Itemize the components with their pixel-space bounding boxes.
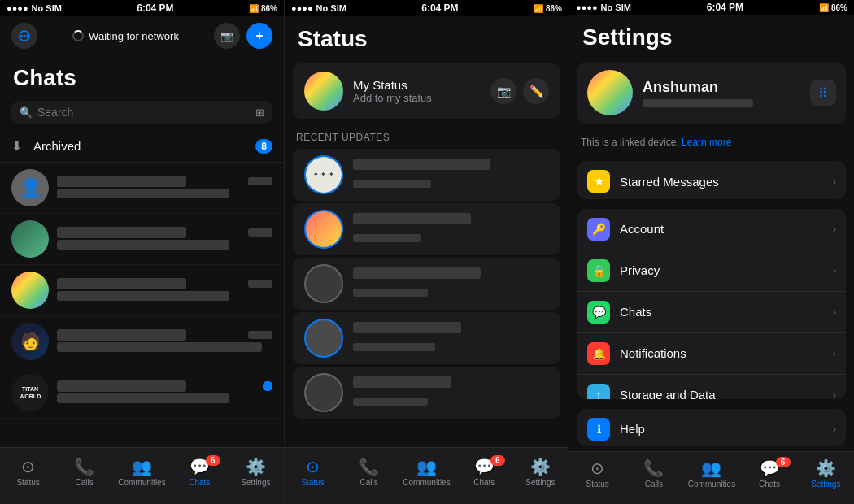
page-title-settings: Settings [569,15,854,57]
time-display-2: 6:04 PM [421,2,458,14]
chat-preview [57,189,229,198]
avatar: 👤 [11,169,49,206]
camera-button[interactable]: 📷 [214,23,240,49]
carrier-left-3: ●●●● No SIM [576,2,631,12]
notifications-icon-bg: 🔔 [587,342,610,365]
status-time [353,180,431,188]
storage-item[interactable]: ↕ Storage and Data › [577,375,846,399]
lock-icon: 🔒 [592,264,606,277]
status-tab-label: Status [16,478,39,487]
pencil-status-button[interactable]: ✏️ [523,78,549,104]
avatar [11,220,49,258]
time-display: 6:04 PM [137,2,173,14]
communities-tab-label-2: Communities [403,478,450,487]
wifi-icon: 📶 [249,4,259,13]
chats-chevron: › [833,306,836,318]
wifi-icon-3: 📶 [819,3,829,12]
chats-badge: 6 [206,455,220,466]
tab-status-2[interactable]: ⊙ Status [290,457,335,487]
battery-label-3: 86% [831,3,847,12]
camera-status-icon: 📷 [497,85,511,98]
status-item[interactable] [293,203,560,255]
learn-more-link[interactable]: Learn more [682,137,731,148]
tab-chats[interactable]: 6 💬 Chats [177,457,222,487]
privacy-label: Privacy [620,263,823,277]
communities-tab-icon-3: 👥 [701,458,721,478]
status-panel: ●●●● No SIM 6:04 PM 📶 86% Status My Stat… [285,0,569,504]
status-list: ✦ ✦ ✦ [285,146,569,447]
compose-button[interactable]: + [246,23,272,49]
search-bar[interactable]: 🔍 ⊞ [11,101,272,124]
chat-time [248,177,272,185]
tab-settings-3[interactable]: ⚙️ Settings [804,458,848,489]
user-icon: 👤 [20,177,41,198]
status-info [353,322,549,354]
qr-code-button[interactable]: ⠿ [810,80,836,106]
tab-chats-2[interactable]: 6 💬 Chats [462,457,507,487]
bell-icon: 🔔 [592,347,606,360]
recent-updates-label: RECENT UPDATES [285,127,569,146]
tab-calls[interactable]: 📞 Calls [62,457,107,487]
chat-item[interactable] [0,214,284,265]
status-content-preview: ✦ ✦ ✦ [312,169,335,180]
starred-messages-item[interactable]: ★ Starred Messages › [577,161,846,198]
status-item[interactable] [293,312,560,364]
tab-settings-2[interactable]: ⚙️ Settings [518,457,563,487]
tab-status[interactable]: ⊙ Status [6,457,50,487]
tab-communities-3[interactable]: 👥 Communities [688,458,735,489]
network-label: Waiting for network [89,30,179,42]
my-status-card[interactable]: My Status Add to my status 📷 ✏️ [293,63,560,119]
chats-settings-label: Chats [620,305,823,319]
help-item[interactable]: ℹ Help › [577,409,846,446]
chats-settings-item[interactable]: 💬 Chats › [577,292,846,333]
tab-communities-2[interactable]: 👥 Communities [403,457,450,487]
tab-communities[interactable]: 👥 Communities [118,457,165,487]
chat-info [57,278,272,303]
status-info [353,267,549,300]
tab-bar-1: ⊙ Status 📞 Calls 👥 Communities 6 💬 Chats… [0,447,284,504]
chats-badge-2: 6 [490,455,505,466]
status-item[interactable]: ✦ ✦ ✦ [293,149,560,201]
chat-item[interactable] [0,265,284,316]
avatar [11,272,49,309]
status-info [353,159,549,191]
tab-chats-3[interactable]: 6 💬 Chats [747,458,792,489]
notifications-item[interactable]: 🔔 Notifications › [577,333,846,375]
chat-item[interactable]: 🧑 [0,316,284,367]
unread-badge [263,381,272,391]
notifications-label: Notifications [620,346,823,360]
storage-label: Storage and Data [620,388,823,399]
status-info [353,213,549,245]
archived-row[interactable]: ⬇ Archived 8 [0,130,284,163]
menu-button[interactable]: ••• [11,23,37,49]
chat-item[interactable]: TITANWORLD [0,367,284,419]
settings-profile-card[interactable]: Anshuman ⠿ [577,62,846,124]
carrier-label: No SIM [32,3,62,13]
chats-header: ••• Waiting for network 📷 + [0,16,284,55]
settings-profile-info: Anshuman [643,79,800,107]
filter-icon[interactable]: ⊞ [255,106,264,119]
status-item[interactable] [293,367,560,419]
tab-status-3[interactable]: ⊙ Status [575,458,620,489]
search-input[interactable] [37,106,251,119]
settings-tab-icon-2: ⚙️ [530,457,551,476]
storage-chevron: › [833,389,836,399]
chats-panel: ●●●● No SIM 6:04 PM 📶 86% ••• Waiting fo… [0,0,285,504]
camera-status-button[interactable]: 📷 [490,78,516,104]
anime-icon: 🧑 [20,332,41,351]
carrier-label-3: No SIM [601,2,631,12]
my-status-info: My Status Add to my status [353,78,481,104]
tab-calls-3[interactable]: 📞 Calls [631,458,676,489]
main-settings-section: 🔑 Account › 🔒 Privacy › 💬 Chats › 🔔 Noti… [577,209,846,399]
tab-calls-2[interactable]: 📞 Calls [346,457,391,487]
status-item[interactable] [293,258,560,310]
status-ring: ✦ ✦ ✦ [304,155,343,194]
privacy-item[interactable]: 🔒 Privacy › [577,250,846,292]
account-item[interactable]: 🔑 Account › [577,209,846,250]
chat-item[interactable]: 👤 [0,163,284,214]
privacy-icon-bg: 🔒 [587,259,610,282]
my-status-avatar [304,72,343,111]
privacy-chevron: › [833,264,836,276]
tab-settings[interactable]: ⚙️ Settings [233,457,278,487]
linked-device-notice: This is a linked device. Learn more [569,133,854,156]
